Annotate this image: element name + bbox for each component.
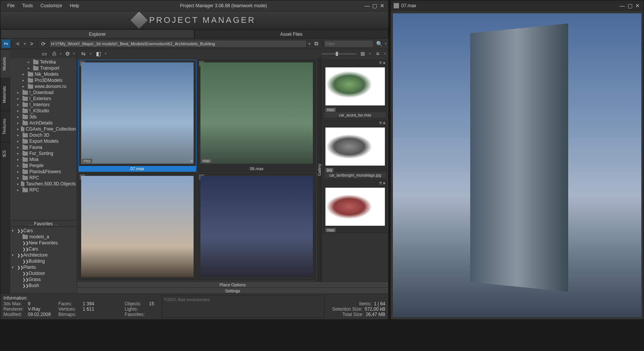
tree-item[interactable]: ▸Export Models <box>10 138 77 144</box>
tree-item[interactable]: ▸Dosch 3D <box>10 132 77 138</box>
menu-customize[interactable]: Customize <box>37 2 66 10</box>
tree-panel: ▭ ⎙ ▾ ⚙ ▾ ▸Tehnika▸Transport▸Nik_Models▸… <box>10 49 77 294</box>
tree-item[interactable]: ▸CGAxis_Free_Collection <box>10 126 77 132</box>
tree-item[interactable]: ▸!_Interiors <box>10 102 77 108</box>
ext-badge: max <box>201 159 211 163</box>
ps-mode-icon[interactable]: Ps <box>2 40 10 48</box>
tree-item[interactable]: ▸!_KStudio <box>10 108 77 114</box>
tree-item[interactable]: ▸Fauna <box>10 144 77 150</box>
remove-icon[interactable]: ✕ <box>383 181 386 185</box>
ext-badge: max <box>325 228 336 232</box>
menu-file[interactable]: File <box>3 2 18 10</box>
preview-maximize-button[interactable]: ▢ <box>627 3 633 9</box>
nav-back-button[interactable]: < <box>14 40 22 48</box>
tree-item[interactable]: ▸People <box>10 163 77 169</box>
favorite-item[interactable]: ❯❯Bush <box>10 282 77 289</box>
sort-icon[interactable]: ≡ <box>373 49 382 58</box>
gallery-label: car_lamborgini_mursielago.jpg <box>324 172 386 178</box>
ext-badge: max <box>82 159 92 163</box>
tree-save-icon[interactable]: ⎙ <box>50 49 58 58</box>
remove-icon[interactable]: ✕ <box>383 61 386 65</box>
gallery-handle[interactable]: Gallery <box>317 58 322 281</box>
search-button[interactable]: 🔍 <box>375 40 383 48</box>
logo-icon <box>131 11 148 29</box>
favorite-item[interactable]: ❯❯Cars <box>10 246 77 252</box>
logo-text: PROJECT MANAGER <box>149 15 256 25</box>
info-header: Information: <box>3 295 51 301</box>
thumbnail-grid: ⊞ max ≡ 07.max⊞ max 08.max⊞ ⊞ <box>77 58 317 281</box>
favorite-item[interactable]: models_a <box>10 234 77 240</box>
tree-item[interactable]: ▸!_Exteriors <box>10 96 77 102</box>
tree-item[interactable]: ▸Taschen.500.3D.Objects <box>10 181 77 187</box>
tab-explorer[interactable]: Explorer <box>0 29 194 38</box>
thumb-size-slider[interactable] <box>322 53 356 54</box>
place-options-expander[interactable]: Place Options <box>77 281 388 287</box>
gallery-item[interactable]: ⠿✕ jpg car_lamborgini_mursielago.jpg <box>324 120 387 179</box>
nav-forward-button[interactable]: > <box>27 40 36 48</box>
side-tab-materials[interactable]: Materials <box>0 78 10 111</box>
menu-icon[interactable]: ≡ <box>191 158 193 163</box>
gallery-item[interactable]: ⠿✕ max <box>324 180 387 233</box>
tree-item[interactable]: ▸RPC <box>10 175 77 181</box>
window-title: Project Manager 3.06.88 (teamwork mode) <box>83 3 364 8</box>
favorite-item[interactable]: ▾❯❯Architecture <box>10 252 77 258</box>
close-button[interactable]: ✕ <box>379 3 385 9</box>
tree-item[interactable]: ▸RPC <box>10 187 77 193</box>
tree-item[interactable]: ▸!_Download <box>10 89 77 96</box>
tree-item[interactable]: ▸ArchDetails <box>10 120 77 126</box>
thumbnail[interactable]: ⊞ max ≡ 07.max <box>78 60 196 172</box>
remove-icon[interactable]: ✕ <box>383 121 386 125</box>
favorite-item[interactable]: ❯❯Outdoor <box>10 270 77 276</box>
tab-asset-files[interactable]: Asset Files <box>194 29 388 38</box>
menu-help[interactable]: Help <box>66 2 83 10</box>
folder-tree[interactable]: ▸Tehnika▸Transport▸Nik_Models▸Pro3DModel… <box>10 58 77 220</box>
tree-item[interactable]: ▸Nik_Models <box>10 71 77 77</box>
filter-input[interactable] <box>324 40 373 48</box>
path-input[interactable] <box>49 40 307 48</box>
tree-item[interactable]: ▸www.doroom.ru <box>10 83 77 89</box>
tree-item[interactable]: ▸Tehnika <box>10 59 77 65</box>
favorite-item[interactable]: ▾❯❯Cars <box>10 228 77 234</box>
drag-handle-icon[interactable]: ⠿ <box>379 181 382 185</box>
favorite-item[interactable]: ❯❯Grass <box>10 276 77 282</box>
preview-minimize-button[interactable]: — <box>619 3 625 9</box>
favorite-item[interactable]: ▾❯❯Plants <box>10 264 77 270</box>
refresh-button[interactable]: ⟳ <box>39 40 48 48</box>
settings-expander[interactable]: Settings <box>77 287 388 294</box>
cube-icon[interactable]: ◧ <box>94 49 103 58</box>
thumbnail[interactable]: ⊞ <box>198 173 316 280</box>
favorites-tree[interactable]: ▾❯❯Carsmodels_a❯❯New Favorites❯❯Cars▾❯❯A… <box>10 227 77 294</box>
grid-view-icon[interactable]: ⊞ <box>359 49 367 58</box>
favorite-item[interactable]: ❯❯Building <box>10 258 77 264</box>
gear-icon[interactable]: ⚙ <box>63 49 72 58</box>
preview-viewport[interactable] <box>393 13 641 317</box>
thumb-label: 07.max <box>79 166 196 171</box>
drag-handle-icon[interactable]: ⠿ <box>379 121 382 125</box>
minimize-button[interactable]: — <box>364 3 370 9</box>
maximize-button[interactable]: ▢ <box>372 3 378 9</box>
gallery-item[interactable]: ⠿✕ max car_acura_tsx.max <box>324 60 387 118</box>
gallery-panel: ⠿✕ max car_acura_tsx.max⠿✕ jpg car_lambo… <box>322 58 388 281</box>
side-tab-textures[interactable]: Textures <box>0 111 10 142</box>
side-tab-models[interactable]: Models <box>0 49 10 78</box>
tree-item[interactable]: ▸Plants&Flowers <box>10 169 77 175</box>
main-window: FileToolsCustomizeHelp Project Manager 3… <box>0 0 389 320</box>
tree-item[interactable]: ▸Transport <box>10 65 77 71</box>
tree-item[interactable]: ▸Pro3DModels <box>10 77 77 83</box>
thumbnail[interactable]: ⊞ max 08.max <box>198 60 316 172</box>
side-tab-ies[interactable]: IES <box>0 142 10 165</box>
sync-icon[interactable]: ⇆ <box>79 49 88 58</box>
favorite-item[interactable]: ❯❯New Favorites <box>10 240 77 246</box>
tree-item[interactable]: ▸3ds <box>10 114 77 120</box>
tree-item[interactable]: ▸For_Sorting <box>10 150 77 156</box>
favorites-header[interactable]: … Favorites … <box>10 220 77 227</box>
thumbnail[interactable]: ⊞ <box>78 173 196 280</box>
copy-path-button[interactable]: ⧉ <box>312 40 320 48</box>
tree-item[interactable]: ▸Misk <box>10 156 77 163</box>
tree-layout-icon[interactable]: ▭ <box>40 49 48 58</box>
preview-close-button[interactable]: ✕ <box>634 3 641 9</box>
menu-tools[interactable]: Tools <box>18 2 37 10</box>
grid-panel: ⇆ ▾ ◧ ▾ ⊞ ▾ ≡ ▾ ⊞ max ≡ 07.max⊞ max 08.m… <box>77 49 388 294</box>
todo-box[interactable]: TODO: Add environment <box>162 295 324 318</box>
drag-handle-icon[interactable]: ⠿ <box>379 61 382 65</box>
